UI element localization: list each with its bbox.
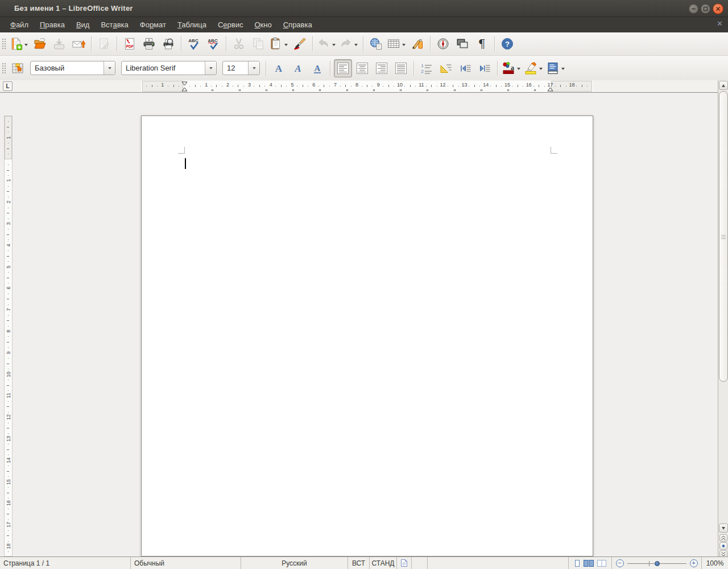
navigation-button[interactable] <box>719 542 727 550</box>
italic-button[interactable]: A <box>289 59 307 77</box>
zoom-in-button[interactable]: + <box>690 559 698 567</box>
ruler-tick <box>7 299 9 299</box>
status-insert-mode[interactable]: ВСТ <box>348 557 370 569</box>
scroll-up-button[interactable] <box>719 81 728 90</box>
menu-table[interactable]: Таблица <box>172 18 212 31</box>
gallery-button[interactable] <box>453 35 471 53</box>
spelling-button[interactable]: ABC <box>185 35 203 53</box>
ruler-tick <box>8 358 9 358</box>
font-size-dropdown[interactable] <box>248 61 259 75</box>
tab-stop-selector[interactable]: L <box>3 81 13 91</box>
close-document-icon[interactable]: ✕ <box>717 19 723 28</box>
formatting-marks-button[interactable]: ¶ <box>473 35 491 53</box>
hyperlink-button[interactable] <box>367 35 385 53</box>
document-page[interactable] <box>141 116 593 556</box>
auto-spellcheck-button[interactable]: ABC <box>204 35 222 53</box>
scroll-down-button[interactable] <box>719 523 728 533</box>
status-page-style[interactable]: Обычный <box>131 557 241 569</box>
horizontal-ruler[interactable]: L 1123456789101112131415161718 <box>0 80 718 93</box>
menu-edit[interactable]: Правка <box>34 18 71 31</box>
vertical-ruler[interactable]: 1123456789101112131415161718 <box>4 116 13 556</box>
previous-page-button[interactable] <box>719 534 727 542</box>
paste-button[interactable] <box>268 35 289 53</box>
print-preview-button[interactable] <box>159 35 177 53</box>
open-button[interactable] <box>31 35 49 53</box>
navigator-button[interactable] <box>434 35 452 53</box>
menu-format[interactable]: Формат <box>134 18 172 31</box>
ruler-tick <box>7 256 9 257</box>
single-page-view-button[interactable] <box>573 559 581 568</box>
print-button[interactable] <box>140 35 158 53</box>
insert-table-button[interactable] <box>386 35 407 53</box>
toolbar-grip[interactable] <box>1 38 6 50</box>
left-indent-marker[interactable] <box>181 81 188 92</box>
close-button[interactable] <box>713 3 723 14</box>
clone-formatting-button[interactable] <box>291 35 309 53</box>
status-language[interactable]: Русский <box>241 557 348 569</box>
align-center-button[interactable] <box>353 59 371 77</box>
highlighting-button[interactable] <box>523 59 544 77</box>
draw-functions-button[interactable] <box>408 35 427 53</box>
toolbar-grip[interactable] <box>1 62 6 75</box>
vertical-scrollbar[interactable] <box>718 80 728 556</box>
underline-button[interactable]: A <box>308 59 326 77</box>
ruler-tick <box>512 86 512 86</box>
paragraph-style-dropdown[interactable] <box>104 61 115 75</box>
align-right-button[interactable] <box>373 59 391 77</box>
minimize-button[interactable] <box>689 4 698 14</box>
new-document-dropdown[interactable] <box>24 44 28 48</box>
email-document-button[interactable] <box>69 35 88 53</box>
paragraph-background-dropdown[interactable] <box>561 68 565 72</box>
ruler-tick <box>469 86 469 86</box>
paragraph-background-button[interactable] <box>545 59 566 77</box>
ruler-number: 8 <box>6 328 11 335</box>
document-modified-indicator[interactable] <box>397 557 412 569</box>
numbered-list-button[interactable]: 12 <box>417 59 436 77</box>
menu-tools[interactable]: Сервис <box>212 18 249 31</box>
menu-help[interactable]: Справка <box>278 18 318 31</box>
font-color-dropdown[interactable] <box>517 68 520 72</box>
styles-panel-button[interactable] <box>9 59 27 77</box>
help-button[interactable]: ? <box>498 35 516 53</box>
ruler-tick <box>308 86 308 86</box>
export-pdf-button[interactable]: PDF <box>121 35 139 53</box>
zoom-slider[interactable] <box>627 559 686 567</box>
new-document-button[interactable] <box>9 35 30 53</box>
right-indent-marker[interactable] <box>547 81 553 92</box>
menu-insert[interactable]: Вставка <box>95 18 134 31</box>
ruler-tick <box>200 86 201 86</box>
paragraph-style-value[interactable]: Базовый <box>31 61 104 75</box>
align-left-button[interactable] <box>334 59 352 77</box>
font-name-dropdown[interactable] <box>205 61 216 75</box>
increase-indent-button[interactable] <box>475 59 494 77</box>
highlighting-dropdown[interactable] <box>539 68 543 72</box>
zoom-out-button[interactable]: − <box>616 559 624 567</box>
zoom-slider-knob[interactable] <box>655 561 660 566</box>
bullets-button[interactable] <box>437 59 455 77</box>
statusbar: Страница 1 / 1 Обычный Русский ВСТ СТАНД… <box>0 556 728 569</box>
bold-button[interactable]: A <box>270 59 288 77</box>
menu-window[interactable]: Окно <box>249 18 277 31</box>
justify-button[interactable] <box>392 59 410 77</box>
paste-dropdown[interactable] <box>284 44 288 48</box>
scrollbar-thumb[interactable] <box>719 91 728 382</box>
status-page-number[interactable]: Страница 1 / 1 <box>0 557 131 569</box>
ruler-tick <box>146 86 147 86</box>
ruler-tick <box>7 471 9 472</box>
ruler-number: 6 <box>6 285 11 291</box>
status-selection-mode[interactable]: СТАНД <box>370 557 397 569</box>
ruler-tick <box>7 535 9 536</box>
zoom-level[interactable]: 100% <box>702 557 728 569</box>
font-name-value[interactable]: Liberation Serif <box>122 61 205 75</box>
font-color-button[interactable]: a <box>501 59 522 77</box>
decrease-indent-button[interactable] <box>456 59 474 77</box>
ruler-tick <box>426 86 427 86</box>
insert-table-dropdown[interactable] <box>402 44 406 48</box>
multi-page-view-button[interactable] <box>583 559 594 568</box>
chevron-down-icon <box>108 67 111 71</box>
menu-file[interactable]: Файл <box>5 18 34 31</box>
book-view-button[interactable] <box>596 559 607 568</box>
maximize-button[interactable] <box>701 4 710 14</box>
menu-view[interactable]: Вид <box>71 18 96 31</box>
font-size-value[interactable]: 12 <box>223 61 248 75</box>
